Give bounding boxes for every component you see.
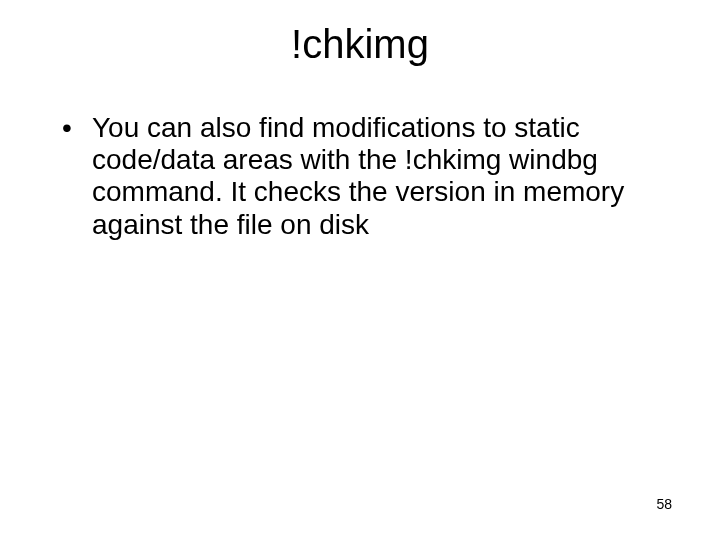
bullet-list: You can also find modifications to stati… bbox=[58, 112, 668, 241]
slide: !chkimg You can also find modifications … bbox=[0, 0, 720, 540]
slide-title: !chkimg bbox=[0, 22, 720, 67]
slide-body: You can also find modifications to stati… bbox=[58, 112, 668, 241]
list-item: You can also find modifications to stati… bbox=[58, 112, 668, 241]
page-number: 58 bbox=[656, 496, 672, 512]
